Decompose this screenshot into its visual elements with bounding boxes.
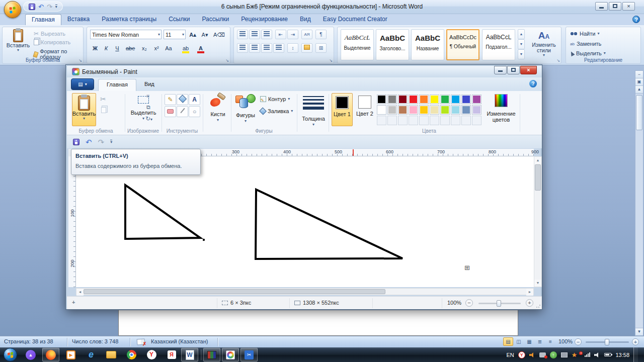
palette-empty-slot[interactable]: [387, 116, 397, 125]
paint-vscroll-thumb[interactable]: [535, 164, 541, 191]
language-switcher[interactable]: EN: [506, 352, 514, 358]
taskbar-item-paint[interactable]: [222, 348, 239, 361]
devices-tray-icon[interactable]: [561, 352, 568, 357]
palette-empty-slot[interactable]: [398, 116, 408, 125]
modem-icon[interactable]: [539, 352, 546, 357]
multilevel-list-button[interactable]: [261, 30, 272, 39]
style-podzagolovok[interactable]: AaBbCcL Подзагол...: [482, 29, 515, 60]
spellcheck-icon[interactable]: ✗: [137, 338, 145, 345]
palette-color[interactable]: [440, 105, 450, 115]
align-left-button[interactable]: [237, 43, 248, 53]
clock[interactable]: 13:58: [615, 352, 629, 358]
web-layout-view-button[interactable]: ▦: [524, 337, 534, 346]
palette-empty-slot[interactable]: [377, 116, 386, 125]
subscript-button[interactable]: x₂: [139, 43, 149, 53]
shading-button[interactable]: [301, 43, 312, 53]
color1-button[interactable]: Цвет 1: [332, 93, 353, 126]
taskbar-item-yandex-browser[interactable]: Y: [143, 348, 160, 361]
tab-rassylki[interactable]: Рассылки: [196, 14, 235, 25]
paint-select-button[interactable]: Выделить ▾: [128, 94, 158, 121]
office-button[interactable]: [4, 1, 21, 18]
draft-view-button[interactable]: ≡: [545, 337, 555, 346]
decrease-indent-button[interactable]: ⇤: [275, 30, 286, 39]
paint-save-icon[interactable]: [73, 139, 79, 145]
styles-scroll-up-icon[interactable]: ▲: [518, 29, 525, 39]
taskbar-item-media-player[interactable]: ▶: [62, 348, 79, 361]
paint-scroll-left-icon[interactable]: ◄: [76, 289, 84, 296]
change-case-button[interactable]: Aa: [164, 43, 174, 53]
paint-cut-icon[interactable]: ✂: [100, 95, 106, 103]
palette-empty-slot[interactable]: [419, 116, 429, 125]
copy-button[interactable]: Копировать: [34, 39, 70, 45]
pencil-tool[interactable]: ✎: [165, 94, 176, 105]
paint-menu-button[interactable]: ▤▾: [71, 78, 94, 90]
maximize-button[interactable]: [609, 2, 621, 11]
line-spacing-button[interactable]: ↕: [287, 43, 298, 53]
palette-color[interactable]: [430, 95, 439, 104]
document-page[interactable]: [118, 310, 518, 336]
styles-dialog-launcher-icon[interactable]: ↘: [556, 58, 560, 63]
edit-colors-button[interactable]: Изменение цветов: [486, 94, 517, 123]
paint-zoom-out-button[interactable]: −: [465, 299, 473, 307]
paint-zoom-slider[interactable]: [478, 303, 521, 304]
clear-formatting-button[interactable]: A⌫: [213, 30, 225, 39]
paint-tab-glavnaya[interactable]: Главная: [98, 79, 136, 91]
paint-copy-icon[interactable]: [101, 107, 106, 113]
paint-scroll-down-icon[interactable]: ▼: [534, 280, 541, 287]
font-color-button[interactable]: А: [196, 43, 206, 53]
reading-view-button[interactable]: ◫: [514, 337, 524, 346]
volume-icon[interactable]: [594, 352, 600, 357]
style-vydelenie[interactable]: AaBbCcL Выделение: [341, 29, 374, 60]
strikethrough-button[interactable]: abe: [125, 43, 135, 53]
paint-scroll-up-icon[interactable]: ▲: [534, 157, 541, 164]
word-zoom-handle[interactable]: [605, 339, 609, 345]
tab-glavnaya[interactable]: Главная: [25, 14, 61, 25]
scrollbar-thumb[interactable]: [636, 95, 642, 130]
palette-color[interactable]: [461, 105, 471, 115]
update-tray-icon[interactable]: ↑: [550, 351, 557, 358]
size-button[interactable]: Толщина ▾: [300, 95, 327, 127]
italic-button[interactable]: К: [101, 43, 111, 53]
network-signal-icon[interactable]: [585, 352, 590, 357]
scroll-down-icon[interactable]: ▼: [635, 328, 643, 335]
palette-color[interactable]: [451, 95, 460, 104]
palette-color[interactable]: [419, 95, 429, 104]
resize-grip[interactable]: [536, 303, 541, 308]
outline-view-button[interactable]: ≣: [535, 337, 545, 346]
fill-tool[interactable]: [177, 94, 188, 105]
palette-color[interactable]: [451, 105, 460, 115]
sort-button[interactable]: АЯ: [301, 30, 312, 39]
taskbar-item-explorer[interactable]: [103, 348, 120, 361]
tab-easy-document-creator[interactable]: Easy Document Creator: [317, 14, 393, 25]
magnifier-tool[interactable]: ○: [189, 106, 200, 117]
palette-color[interactable]: [419, 105, 429, 115]
taskbar-item-winrar[interactable]: [203, 348, 220, 361]
tab-vid[interactable]: Вид: [294, 14, 317, 25]
paint-paste-button[interactable]: Вставить ▾: [72, 93, 96, 126]
font-size-select[interactable]: 11▾: [164, 30, 186, 39]
palette-color[interactable]: [409, 105, 418, 115]
brushes-button[interactable]: Кисти ▾: [206, 94, 230, 122]
palette-color[interactable]: [461, 95, 471, 104]
paint-horizontal-scrollbar[interactable]: ◄ ►: [76, 288, 534, 295]
shrink-font-button[interactable]: A▾: [200, 30, 210, 39]
select-button[interactable]: Выделить▾: [570, 50, 606, 56]
crop-icon[interactable]: ⌗: [146, 93, 149, 100]
borders-button[interactable]: ⊞: [315, 43, 327, 53]
show-desktop-button[interactable]: [633, 347, 638, 362]
palette-color[interactable]: [387, 105, 397, 115]
paint-canvas[interactable]: ⊞: [76, 156, 534, 287]
taskbar-item-word[interactable]: W: [181, 348, 198, 361]
battery-icon[interactable]: [604, 353, 611, 356]
tab-ssylki[interactable]: Ссылки: [163, 14, 196, 25]
styles-scroll-down-icon[interactable]: ▼: [518, 39, 525, 49]
eraser-tool[interactable]: [165, 106, 176, 117]
palette-color[interactable]: [387, 95, 397, 104]
align-center-button[interactable]: [249, 43, 260, 53]
highlight-button[interactable]: ab: [181, 43, 191, 53]
palette-color[interactable]: [472, 105, 481, 115]
palette-color[interactable]: [398, 105, 408, 115]
font-family-select[interactable]: Times New Roman▾: [90, 30, 162, 39]
palette-color[interactable]: [472, 95, 481, 104]
paint-close-button[interactable]: ×: [520, 66, 537, 74]
